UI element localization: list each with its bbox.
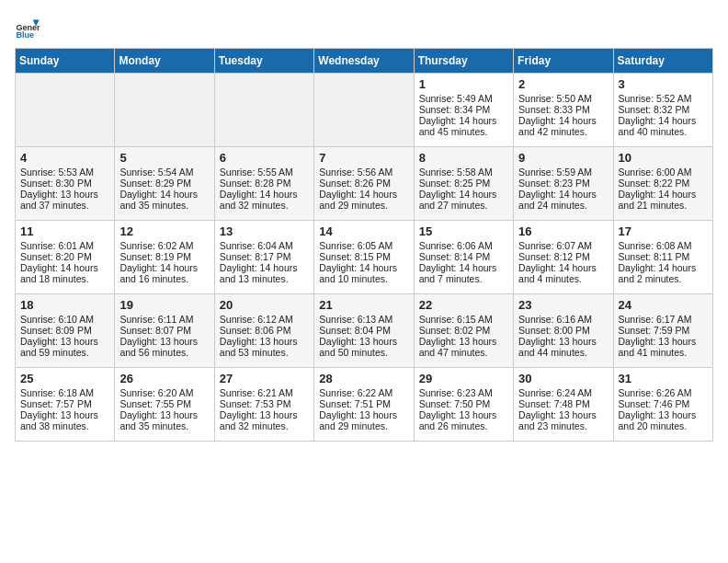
calendar-table: SundayMondayTuesdayWednesdayThursdayFrid… (15, 48, 713, 442)
day-cell: 20Sunrise: 6:12 AMSunset: 8:06 PMDayligh… (214, 294, 313, 368)
day-cell: 10Sunrise: 6:00 AMSunset: 8:22 PMDayligh… (613, 147, 712, 221)
day-info: Sunrise: 5:53 AMSunset: 8:30 PMDaylight:… (20, 167, 109, 211)
day-number: 31 (619, 372, 708, 385)
day-info: Sunrise: 6:11 AMSunset: 8:07 PMDaylight:… (119, 314, 209, 358)
day-info: Sunrise: 6:23 AMSunset: 7:50 PMDaylight:… (419, 387, 508, 431)
day-number: 11 (20, 224, 109, 238)
day-info: Sunrise: 6:05 AMSunset: 8:15 PMDaylight:… (319, 240, 408, 284)
day-info: Sunrise: 6:07 AMSunset: 8:12 PMDaylight:… (518, 240, 608, 284)
days-header-row: SundayMondayTuesdayWednesdayThursdayFrid… (16, 49, 713, 74)
day-cell: 29Sunrise: 6:23 AMSunset: 7:50 PMDayligh… (414, 368, 513, 442)
day-cell: 5Sunrise: 5:54 AMSunset: 8:29 PMDaylight… (115, 147, 214, 221)
header: General Blue (15, 15, 713, 40)
day-info: Sunrise: 5:56 AMSunset: 8:26 PMDaylight:… (319, 167, 408, 211)
day-cell: 4Sunrise: 5:53 AMSunset: 8:30 PMDaylight… (16, 147, 115, 221)
day-number: 2 (518, 77, 608, 91)
day-cell: 9Sunrise: 5:59 AMSunset: 8:23 PMDaylight… (514, 147, 613, 221)
day-cell: 7Sunrise: 5:56 AMSunset: 8:26 PMDaylight… (314, 147, 414, 221)
day-info: Sunrise: 5:55 AMSunset: 8:28 PMDaylight:… (220, 167, 309, 211)
day-header-thursday: Thursday (414, 49, 513, 74)
day-cell: 19Sunrise: 6:11 AMSunset: 8:07 PMDayligh… (115, 294, 214, 368)
day-cell: 22Sunrise: 6:15 AMSunset: 8:02 PMDayligh… (414, 294, 513, 368)
week-row-3: 11Sunrise: 6:01 AMSunset: 8:20 PMDayligh… (16, 221, 713, 294)
day-number: 1 (419, 77, 508, 91)
day-number: 29 (419, 372, 508, 385)
day-cell: 14Sunrise: 6:05 AMSunset: 8:15 PMDayligh… (314, 221, 414, 294)
day-cell: 24Sunrise: 6:17 AMSunset: 7:59 PMDayligh… (613, 294, 712, 368)
day-cell: 8Sunrise: 5:58 AMSunset: 8:25 PMDaylight… (414, 147, 513, 221)
day-number: 22 (419, 298, 508, 312)
day-cell: 11Sunrise: 6:01 AMSunset: 8:20 PMDayligh… (16, 221, 115, 294)
logo: General Blue (15, 15, 44, 40)
day-info: Sunrise: 6:08 AMSunset: 8:11 PMDaylight:… (619, 240, 708, 284)
day-info: Sunrise: 6:21 AMSunset: 7:53 PMDaylight:… (220, 387, 309, 431)
day-number: 6 (220, 151, 309, 165)
day-cell: 31Sunrise: 6:26 AMSunset: 7:46 PMDayligh… (613, 368, 712, 442)
day-number: 25 (20, 372, 109, 385)
day-info: Sunrise: 6:13 AMSunset: 8:04 PMDaylight:… (319, 314, 408, 358)
day-number: 23 (518, 298, 608, 312)
day-cell: 1Sunrise: 5:49 AMSunset: 8:34 PMDaylight… (414, 74, 513, 147)
day-number: 4 (20, 151, 109, 165)
svg-text:Blue: Blue (16, 30, 34, 40)
day-info: Sunrise: 5:58 AMSunset: 8:25 PMDaylight:… (419, 167, 508, 211)
week-row-1: 1Sunrise: 5:49 AMSunset: 8:34 PMDaylight… (16, 74, 713, 147)
day-number: 24 (619, 298, 708, 312)
day-info: Sunrise: 6:22 AMSunset: 7:51 PMDaylight:… (319, 387, 408, 431)
day-cell: 17Sunrise: 6:08 AMSunset: 8:11 PMDayligh… (613, 221, 712, 294)
day-cell: 15Sunrise: 6:06 AMSunset: 8:14 PMDayligh… (414, 221, 513, 294)
day-header-monday: Monday (115, 49, 214, 74)
day-cell (214, 74, 313, 147)
day-cell: 23Sunrise: 6:16 AMSunset: 8:00 PMDayligh… (514, 294, 613, 368)
day-info: Sunrise: 5:59 AMSunset: 8:23 PMDaylight:… (518, 167, 608, 211)
day-info: Sunrise: 6:02 AMSunset: 8:19 PMDaylight:… (119, 240, 209, 284)
day-cell: 3Sunrise: 5:52 AMSunset: 8:32 PMDaylight… (613, 74, 712, 147)
day-info: Sunrise: 6:18 AMSunset: 7:57 PMDaylight:… (20, 387, 109, 431)
day-info: Sunrise: 6:12 AMSunset: 8:06 PMDaylight:… (220, 314, 309, 358)
day-number: 14 (319, 224, 408, 238)
day-cell: 6Sunrise: 5:55 AMSunset: 8:28 PMDaylight… (214, 147, 313, 221)
day-number: 18 (20, 298, 109, 312)
day-cell (115, 74, 214, 147)
day-number: 30 (518, 372, 608, 385)
day-cell: 18Sunrise: 6:10 AMSunset: 8:09 PMDayligh… (16, 294, 115, 368)
day-number: 28 (319, 372, 408, 385)
day-info: Sunrise: 6:10 AMSunset: 8:09 PMDaylight:… (20, 314, 109, 358)
logo-icon: General Blue (15, 15, 40, 40)
day-number: 5 (119, 151, 209, 165)
day-info: Sunrise: 6:04 AMSunset: 8:17 PMDaylight:… (220, 240, 309, 284)
day-cell: 28Sunrise: 6:22 AMSunset: 7:51 PMDayligh… (314, 368, 414, 442)
day-header-friday: Friday (514, 49, 613, 74)
day-info: Sunrise: 6:00 AMSunset: 8:22 PMDaylight:… (619, 167, 708, 211)
day-cell: 13Sunrise: 6:04 AMSunset: 8:17 PMDayligh… (214, 221, 313, 294)
day-number: 8 (419, 151, 508, 165)
week-row-2: 4Sunrise: 5:53 AMSunset: 8:30 PMDaylight… (16, 147, 713, 221)
day-number: 3 (619, 77, 708, 91)
day-cell: 21Sunrise: 6:13 AMSunset: 8:04 PMDayligh… (314, 294, 414, 368)
day-info: Sunrise: 6:26 AMSunset: 7:46 PMDaylight:… (619, 387, 708, 431)
day-number: 13 (220, 224, 309, 238)
day-number: 19 (119, 298, 209, 312)
day-cell (16, 74, 115, 147)
day-header-sunday: Sunday (16, 49, 115, 74)
day-cell: 25Sunrise: 6:18 AMSunset: 7:57 PMDayligh… (16, 368, 115, 442)
day-cell: 12Sunrise: 6:02 AMSunset: 8:19 PMDayligh… (115, 221, 214, 294)
day-number: 9 (518, 151, 608, 165)
day-cell: 26Sunrise: 6:20 AMSunset: 7:55 PMDayligh… (115, 368, 214, 442)
day-number: 12 (119, 224, 209, 238)
day-info: Sunrise: 5:49 AMSunset: 8:34 PMDaylight:… (419, 93, 508, 137)
day-info: Sunrise: 6:06 AMSunset: 8:14 PMDaylight:… (419, 240, 508, 284)
day-header-wednesday: Wednesday (314, 49, 414, 74)
day-number: 10 (619, 151, 708, 165)
day-number: 27 (220, 372, 309, 385)
day-info: Sunrise: 6:24 AMSunset: 7:48 PMDaylight:… (518, 387, 608, 431)
day-number: 7 (319, 151, 408, 165)
day-info: Sunrise: 6:01 AMSunset: 8:20 PMDaylight:… (20, 240, 109, 284)
day-number: 21 (319, 298, 408, 312)
day-info: Sunrise: 6:17 AMSunset: 7:59 PMDaylight:… (619, 314, 708, 358)
day-info: Sunrise: 6:20 AMSunset: 7:55 PMDaylight:… (119, 387, 209, 431)
day-number: 20 (220, 298, 309, 312)
day-info: Sunrise: 5:50 AMSunset: 8:33 PMDaylight:… (518, 93, 608, 137)
day-cell: 27Sunrise: 6:21 AMSunset: 7:53 PMDayligh… (214, 368, 313, 442)
week-row-5: 25Sunrise: 6:18 AMSunset: 7:57 PMDayligh… (16, 368, 713, 442)
